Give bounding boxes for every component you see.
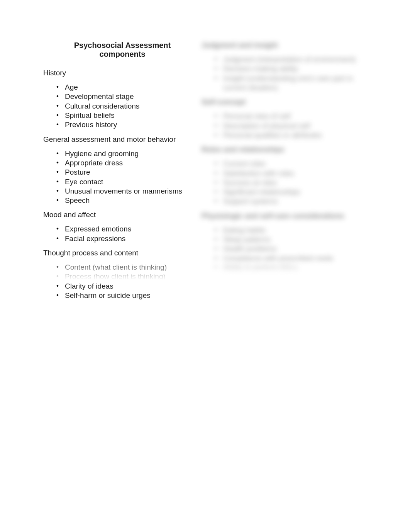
bullet-list: Judgment (interpretation of environment)… bbox=[202, 55, 367, 92]
list-item: Personal qualities or attributes bbox=[223, 131, 367, 140]
list-item: Process (how client is thinking) bbox=[65, 272, 194, 281]
list-item: Decision-making ability bbox=[223, 64, 367, 73]
list-item: Hygiene and grooming bbox=[65, 149, 194, 158]
section-judgment-insight: Judgment and insight Judgment (interpret… bbox=[202, 41, 367, 92]
list-item: Content (what client is thinking) bbox=[65, 263, 194, 272]
bullet-list: Current roles Satisfaction with roles Su… bbox=[202, 159, 367, 206]
section-general-assessment: General assessment and motor behavior Hy… bbox=[43, 135, 194, 206]
section-heading: Judgment and insight bbox=[202, 41, 367, 49]
list-item: Posture bbox=[65, 168, 194, 177]
document-title: Psychosocial Assessment components bbox=[43, 41, 194, 59]
list-item: Judgment (interpretation of environment) bbox=[223, 55, 367, 64]
list-item: Self-harm or suicide urges bbox=[65, 291, 194, 300]
blurred-content: Judgment and insight Judgment (interpret… bbox=[202, 41, 367, 272]
list-item: Success at roles bbox=[223, 178, 367, 187]
list-item: Cultural considerations bbox=[65, 102, 194, 111]
list-item: Insight (understanding one's own part in… bbox=[223, 74, 367, 93]
document-page: Psychosocial Assessment components Histo… bbox=[0, 0, 410, 320]
list-item: Ability to perform ADLs bbox=[223, 263, 367, 272]
list-item: Age bbox=[65, 83, 194, 92]
list-item: Personal view of self bbox=[223, 112, 367, 121]
left-column: Psychosocial Assessment components Histo… bbox=[43, 41, 194, 305]
list-item: Description of physical self bbox=[223, 121, 367, 131]
bullet-list: Eating habits Sleep patterns Health prob… bbox=[202, 226, 367, 273]
list-item: Support systems bbox=[223, 197, 367, 206]
section-thought-process: Thought process and content Content (wha… bbox=[43, 249, 194, 300]
section-mood-affect: Mood and affect Expressed emotions Facia… bbox=[43, 211, 194, 243]
list-item: Unusual movements or mannerisms bbox=[65, 187, 194, 196]
list-item: Speech bbox=[65, 196, 194, 205]
bullet-list: Hygiene and grooming Appropriate dress P… bbox=[43, 149, 194, 206]
list-item: Significant relationships bbox=[223, 187, 367, 197]
bullet-list: Age Developmental stage Cultural conside… bbox=[43, 83, 194, 130]
section-history: History Age Developmental stage Cultural… bbox=[43, 69, 194, 130]
list-item: Compliance with prescribed meds bbox=[223, 254, 367, 263]
list-item: Clarity of ideas bbox=[65, 282, 194, 291]
right-column: Judgment and insight Judgment (interpret… bbox=[202, 41, 367, 305]
list-item: Spiritual beliefs bbox=[65, 111, 194, 120]
list-item: Satisfaction with roles bbox=[223, 169, 367, 178]
section-heading: Physiologic and self-care considerations bbox=[202, 212, 367, 220]
section-heading: Mood and affect bbox=[43, 211, 194, 219]
list-item: Expressed emotions bbox=[65, 224, 194, 234]
section-roles-relationships: Roles and relationships Current roles Sa… bbox=[202, 145, 367, 206]
list-item: Current roles bbox=[223, 159, 367, 168]
bullet-list: Content (what client is thinking) Proces… bbox=[43, 263, 194, 300]
list-item: Developmental stage bbox=[65, 92, 194, 101]
list-item: Appropriate dress bbox=[65, 158, 194, 168]
list-item: Eating habits bbox=[223, 226, 367, 235]
section-heading: General assessment and motor behavior bbox=[43, 135, 194, 144]
bullet-list: Personal view of self Description of phy… bbox=[202, 112, 367, 140]
section-heading: Thought process and content bbox=[43, 249, 194, 257]
section-heading: Roles and relationships bbox=[202, 145, 367, 154]
list-item: Facial expressions bbox=[65, 234, 194, 243]
section-physiologic-selfcare: Physiologic and self-care considerations… bbox=[202, 212, 367, 273]
list-item: Previous history bbox=[65, 120, 194, 129]
list-item: Sleep patterns bbox=[223, 235, 367, 244]
section-heading: History bbox=[43, 69, 194, 77]
list-item: Health problems bbox=[223, 244, 367, 253]
list-item: Eye contact bbox=[65, 177, 194, 187]
bullet-list: Expressed emotions Facial expressions bbox=[43, 224, 194, 243]
section-self-concept: Self-concept Personal view of self Descr… bbox=[202, 98, 367, 140]
section-heading: Self-concept bbox=[202, 98, 367, 106]
